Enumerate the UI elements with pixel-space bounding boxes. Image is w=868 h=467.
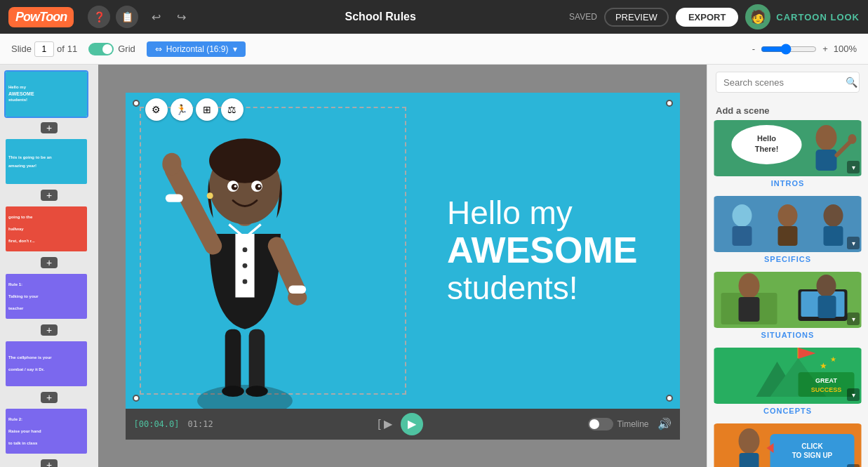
svg-rect-38 <box>824 226 843 246</box>
svg-point-6 <box>242 263 247 268</box>
scene-thumbnail-concepts[interactable]: ★ ★ GREAT SUCCESS ▾ <box>713 348 862 404</box>
aspect-ratio-chevron: ▾ <box>233 44 237 54</box>
slide-total: 11 <box>67 44 77 54</box>
zoom-minus-button[interactable]: - <box>752 44 755 54</box>
scene-thumbnail-calls-to-action[interactable]: CLICK TO SIGN UP ▾ <box>713 423 862 467</box>
search-scenes-box: 🔍 <box>716 72 860 93</box>
svg-point-35 <box>778 204 798 227</box>
handle-tr[interactable] <box>666 100 673 107</box>
intros-chevron: ▾ <box>847 161 860 173</box>
slide-thumb-2[interactable]: This is going to be an amazing year! <box>4 138 88 185</box>
svg-text:GREAT: GREAT <box>815 377 837 384</box>
sound-icon[interactable]: 🔊 <box>657 417 672 430</box>
svg-point-28 <box>816 125 837 150</box>
svg-rect-59 <box>740 453 759 467</box>
preview-button[interactable]: PREVIEW <box>604 8 669 27</box>
handle-br[interactable] <box>666 395 673 402</box>
slide-thumb-4[interactable]: Rule 1: Talking to your teacher <box>4 272 88 320</box>
svg-point-45 <box>817 275 836 297</box>
logo[interactable]: PowToon <box>8 7 74 27</box>
grid-toggle[interactable]: Grid <box>88 43 135 55</box>
export-button[interactable]: EXPORT <box>676 8 738 27</box>
presentation-title: School Rules <box>199 11 562 23</box>
svg-text:★: ★ <box>830 355 836 363</box>
svg-point-31 <box>848 134 857 144</box>
add-scene-label: Add a scene <box>707 100 868 120</box>
svg-point-0 <box>197 385 293 409</box>
timeline-switch[interactable] <box>588 418 613 430</box>
grid-label: Grid <box>118 44 135 54</box>
scene-group-situations: ▾ SITUATIONS <box>713 272 862 339</box>
topbar-utility-icons: ❓ 📋 <box>88 6 138 28</box>
canvas-area: ⚙ 🏃 ⊞ ⚖ <box>98 65 707 467</box>
topbar: PowToon ❓ 📋 ↩ ↪ School Rules SAVED PREVI… <box>0 0 868 34</box>
handle-tl[interactable] <box>133 100 140 107</box>
scenes-panel-header: 🔍 <box>707 65 868 100</box>
avatar-area[interactable]: 🧑 CARTOON LOOK <box>745 4 860 29</box>
handle-bl[interactable] <box>133 395 140 402</box>
play-button[interactable]: ▶ <box>401 413 423 435</box>
timeline-label: Timeline <box>617 419 649 429</box>
redo-button[interactable]: ↪ <box>171 6 192 27</box>
help-icon[interactable]: ❓ <box>88 6 110 28</box>
slide-action-6[interactable]: + <box>41 459 58 467</box>
slide-number-input[interactable] <box>34 41 54 57</box>
slide-action-5[interactable]: + <box>41 392 58 403</box>
undo-button[interactable]: ↩ <box>145 6 166 27</box>
scene-group-intros: Hello There! ▾ INTROS <box>713 120 862 188</box>
main-canvas[interactable]: ⚙ 🏃 ⊞ ⚖ <box>126 93 680 409</box>
svg-text:Hello: Hello <box>757 134 776 143</box>
scene-group-calls-to-action: CLICK TO SIGN UP ▾ CALLS TO ACTION <box>713 423 862 467</box>
canvas-wrapper: ⚙ 🏃 ⊞ ⚖ <box>126 93 680 440</box>
svg-point-3 <box>222 386 244 397</box>
zoom-slider[interactable] <box>761 44 817 55</box>
step-back-button[interactable]: [ ▶ <box>378 417 392 430</box>
svg-rect-60 <box>770 434 855 467</box>
slide-thumb-3[interactable]: going to the hallway first, don't r... <box>4 205 88 253</box>
scene-group-concepts: ★ ★ GREAT SUCCESS ▾ CONCEPTS <box>713 348 862 415</box>
zoom-plus-button[interactable]: + <box>822 44 828 54</box>
teacher-figure <box>147 107 343 409</box>
svg-text:★: ★ <box>820 361 827 371</box>
timeline-toggle[interactable]: Timeline <box>588 418 649 430</box>
svg-point-19 <box>234 185 236 187</box>
slide-thumb-1[interactable]: Hello my AWESOME students! <box>4 70 88 118</box>
scene-thumbnail-specifics[interactable]: ▾ <box>713 196 862 252</box>
slide-thumb-5[interactable]: The cellphone is your combat / say it Dr… <box>4 340 88 388</box>
svg-point-58 <box>739 428 760 454</box>
topbar-right-actions: SAVED PREVIEW EXPORT <box>569 8 738 27</box>
play-controls: [ ▶ ▶ <box>222 413 580 435</box>
hero-text: Hello my AWESOME students! <box>447 195 638 305</box>
zoom-controls: - + 100% <box>752 44 857 55</box>
timecode-total: 01:12 <box>188 419 213 429</box>
topbar-nav: ↩ ↪ <box>145 6 192 27</box>
hero-line1: Hello my <box>447 195 638 230</box>
toolbar: Slide of 11 Grid ⇔ Horizontal (16:9) ▾ -… <box>0 34 868 65</box>
slide-action-1[interactable]: + <box>41 122 58 133</box>
svg-point-41 <box>739 273 760 298</box>
search-scenes-input[interactable] <box>723 77 841 88</box>
timecode-current: [00:04.0] <box>134 419 180 429</box>
main-area: Hello my AWESOME students! + This is goi… <box>0 65 868 467</box>
grid-switch[interactable] <box>88 43 114 55</box>
cartoon-look-label: CARTOON LOOK <box>776 12 860 22</box>
svg-point-14 <box>209 138 281 183</box>
svg-text:CLICK: CLICK <box>801 442 823 450</box>
search-scenes-icon[interactable]: 🔍 <box>846 77 857 88</box>
slide-action-2[interactable]: + <box>41 190 58 201</box>
intros-label: INTROS <box>713 179 862 188</box>
svg-rect-34 <box>733 226 752 246</box>
svg-rect-36 <box>778 226 798 246</box>
svg-line-8 <box>173 170 213 246</box>
svg-point-4 <box>246 386 268 397</box>
notes-icon[interactable]: 📋 <box>116 6 138 28</box>
slide-action-3[interactable]: + <box>41 257 58 268</box>
scene-thumbnail-situations[interactable]: ▾ <box>713 272 862 328</box>
scene-thumbnail-intros[interactable]: Hello There! ▾ <box>713 120 862 176</box>
svg-text:SUCCESS: SUCCESS <box>811 386 842 393</box>
scenes-list: Hello There! ▾ INTROS <box>707 120 868 467</box>
aspect-ratio-button[interactable]: ⇔ Horizontal (16:9) ▾ <box>147 41 246 57</box>
slide-thumb-6[interactable]: Rule 2: Raise your hand to talk in class <box>4 407 88 455</box>
svg-text:TO SIGN UP: TO SIGN UP <box>792 452 833 459</box>
slide-action-4[interactable]: + <box>41 324 58 336</box>
